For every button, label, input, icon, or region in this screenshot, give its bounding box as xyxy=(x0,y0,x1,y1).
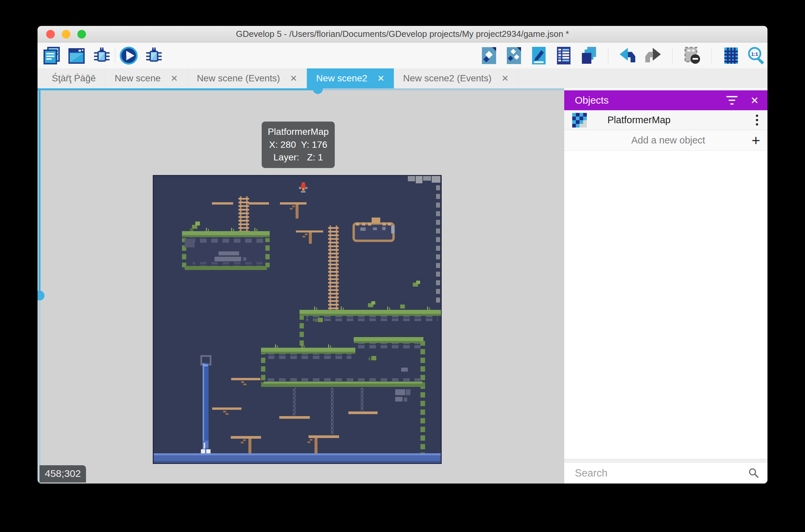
title-bar: GDevelop 5 - /Users/florian/Documents/GD… xyxy=(38,26,767,42)
zoom-ratio-label: 1:1 xyxy=(751,51,758,56)
screen: GDevelop 5 - /Users/florian/Documents/GD… xyxy=(0,0,805,532)
redo-icon[interactable] xyxy=(643,46,662,65)
objects-list-empty-area xyxy=(564,151,767,459)
toolbar-right-group: 1:1 xyxy=(480,46,766,65)
objects-panel-title: Objects xyxy=(575,95,726,106)
tab-new-scene[interactable]: New scene ✕ xyxy=(105,69,187,88)
objects-search-bar xyxy=(564,463,767,483)
scene-editor-canvas[interactable]: PlatformerMap X: 280 Y: 176 Layer: Z: 1 … xyxy=(38,88,564,483)
zoom-original-icon[interactable]: 1:1 xyxy=(747,46,766,65)
start-page-icon[interactable] xyxy=(67,46,86,65)
horizontal-scrollbar-track[interactable] xyxy=(318,88,564,90)
content-area: PlatformerMap X: 280 Y: 176 Layer: Z: 1 … xyxy=(38,88,767,483)
objects-editor-icon[interactable] xyxy=(480,46,498,65)
plus-icon[interactable]: + xyxy=(751,133,760,148)
tooltip-object-name: PlatformerMap xyxy=(265,126,331,138)
object-menu-icon[interactable] xyxy=(754,113,760,128)
maximize-window-button[interactable] xyxy=(77,30,86,39)
close-window-button[interactable] xyxy=(46,30,55,39)
main-toolbar: 1:1 xyxy=(38,42,767,69)
close-tab-icon[interactable]: ✕ xyxy=(290,73,297,84)
tab-new-scene2[interactable]: New scene2 ✕ xyxy=(307,69,394,88)
toolbar-preview-group xyxy=(119,46,163,65)
horizontal-scrollbar-handle[interactable] xyxy=(313,88,323,94)
object-list-item[interactable]: PlatformerMap xyxy=(564,110,767,130)
tab-new-scene-events[interactable]: New scene (Events) ✕ xyxy=(188,69,307,88)
instance-tooltip: PlatformerMap X: 280 Y: 176 Layer: Z: 1 xyxy=(262,121,335,168)
add-object-label: Add a new object xyxy=(572,135,751,146)
horizontal-scrollbar[interactable] xyxy=(38,88,318,90)
toolbar-left-group xyxy=(42,46,111,65)
search-icon[interactable] xyxy=(748,467,760,479)
object-name: PlatformerMap xyxy=(608,115,754,126)
minimize-window-button[interactable] xyxy=(62,30,71,39)
close-tab-icon[interactable]: ✕ xyxy=(171,73,178,84)
undo-icon[interactable] xyxy=(618,46,637,65)
window-title: GDevelop 5 - /Users/florian/Documents/GD… xyxy=(236,29,569,39)
gdevelop-window: GDevelop 5 - /Users/florian/Documents/GD… xyxy=(38,26,767,483)
close-panel-icon[interactable]: ✕ xyxy=(750,95,759,106)
close-tab-icon[interactable]: ✕ xyxy=(377,73,385,84)
vertical-scrollbar[interactable] xyxy=(39,88,40,291)
tab-label: New scene2 (Events) xyxy=(403,73,492,84)
add-object-row[interactable]: Add a new object + xyxy=(564,130,767,151)
instances-list-icon[interactable] xyxy=(554,46,573,65)
tab-bar: Śţàŕţ Ṕàĝē New scene ✕ New scene (Events… xyxy=(38,69,767,88)
cursor-coordinates-badge: 458;302 xyxy=(39,465,86,482)
project-manager-icon[interactable] xyxy=(42,46,61,65)
traffic-lights xyxy=(46,30,86,39)
filter-icon[interactable] xyxy=(726,96,738,104)
search-input[interactable] xyxy=(575,467,748,479)
tooltip-layer: Layer: Z: 1 xyxy=(265,151,331,164)
objects-panel: Objects ✕ PlatformerMap Add a new object… xyxy=(564,88,767,483)
tab-start-page[interactable]: Śţàŕţ Ṕàĝē xyxy=(42,69,105,88)
vertical-scrollbar-handle[interactable] xyxy=(38,290,44,301)
properties-icon[interactable] xyxy=(529,46,548,65)
layers-icon[interactable] xyxy=(579,46,598,65)
play-icon[interactable] xyxy=(119,46,138,65)
debug-launch-icon[interactable] xyxy=(144,46,163,65)
map-water xyxy=(154,453,441,463)
vertical-scrollbar-track[interactable] xyxy=(39,301,40,483)
toolbar-separator xyxy=(115,48,115,63)
tooltip-position: X: 280 Y: 176 xyxy=(265,138,331,151)
toolbar-separator xyxy=(672,48,672,63)
object-thumbnail xyxy=(572,113,587,128)
toolbar-separator xyxy=(711,48,712,63)
toolbar-separator xyxy=(608,48,608,63)
grid-icon[interactable] xyxy=(722,46,741,65)
platformer-map-instance[interactable] xyxy=(153,175,442,464)
tab-label: New scene xyxy=(115,73,161,84)
debugger-icon[interactable] xyxy=(92,46,111,65)
object-groups-icon[interactable] xyxy=(504,46,523,65)
tab-label: New scene2 xyxy=(316,73,367,84)
panel-strip xyxy=(564,459,767,463)
close-tab-icon[interactable]: ✕ xyxy=(501,73,509,84)
tab-label: New scene (Events) xyxy=(197,73,280,84)
objects-panel-header: Objects ✕ xyxy=(564,90,767,110)
tab-label: Śţàŕţ Ṕàĝē xyxy=(52,73,96,84)
toggle-window-mask-icon[interactable] xyxy=(683,46,702,65)
tab-new-scene2-events[interactable]: New scene2 (Events) ✕ xyxy=(394,69,518,88)
